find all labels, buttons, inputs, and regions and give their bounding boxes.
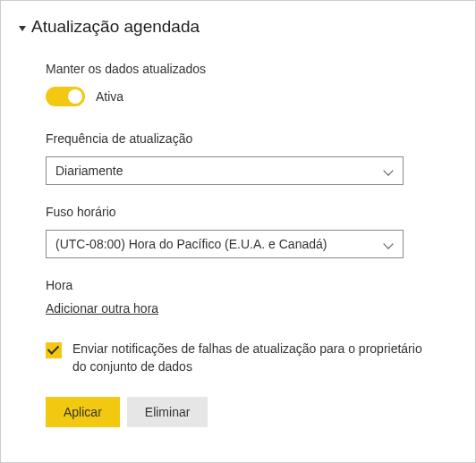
keep-updated-toggle[interactable] [46, 87, 85, 106]
frequency-select[interactable]: Diariamente [46, 156, 404, 185]
notify-checkbox-row: Enviar notificações de falhas de atualiz… [46, 341, 457, 375]
keep-updated-toggle-row: Ativa [46, 87, 457, 106]
frequency-value: Diariamente [55, 164, 123, 178]
toggle-knob [68, 89, 82, 104]
apply-button[interactable]: Aplicar [46, 397, 120, 427]
caret-down-icon [19, 26, 26, 31]
timezone-label: Fuso horário [46, 205, 457, 219]
timezone-select[interactable]: (UTC-08:00) Hora do Pacífico (E.U.A. e C… [46, 230, 404, 258]
frequency-label: Frequência de atualização [46, 131, 457, 146]
button-row: Aplicar Eliminar [46, 397, 457, 427]
time-label: Hora [46, 278, 457, 292]
section-title: Atualização agendada [31, 17, 200, 37]
chevron-down-icon [383, 239, 394, 249]
toggle-status-label: Ativa [96, 89, 123, 104]
section-header[interactable]: Atualização agendada [19, 17, 457, 37]
delete-button[interactable]: Eliminar [127, 397, 208, 427]
timezone-value: (UTC-08:00) Hora do Pacífico (E.U.A. e C… [55, 237, 327, 251]
section-content: Manter os dados atualizados Ativa Frequê… [19, 62, 457, 427]
notify-checkbox[interactable] [46, 342, 62, 358]
add-time-link[interactable]: Adicionar outra hora [46, 301, 158, 316]
keep-updated-label: Manter os dados atualizados [46, 62, 457, 76]
notify-label: Enviar notificações de falhas de atualiz… [72, 341, 430, 375]
chevron-down-icon [383, 165, 394, 176]
